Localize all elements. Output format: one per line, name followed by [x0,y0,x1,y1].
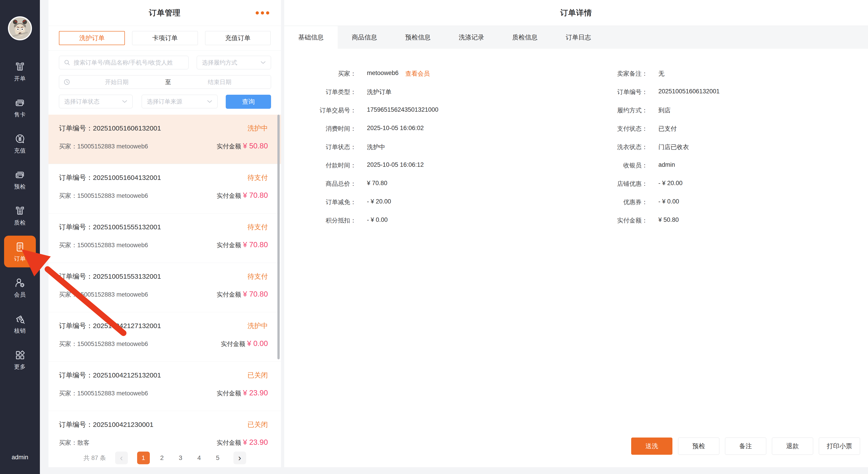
view-member-link[interactable]: 查看会员 [405,69,430,78]
detail-field-label: 商品总价： [297,180,356,188]
detail-field-value: admin [658,161,675,168]
sidebar-item-chongzhi[interactable]: 充值 [4,128,36,159]
pagination-pages: 12345 [134,451,227,464]
sidebar-item-zhijian[interactable]: 质检 [4,200,36,231]
order-type-tab[interactable]: 洗护订单 [59,31,125,45]
panel-menu-button[interactable] [254,10,271,16]
order-list-item[interactable]: 订单编号：202510051553132001 待支付 买家：150051528… [49,263,281,312]
more-grid-icon [14,349,26,361]
fulfillment-select[interactable]: 选择履约方式 [197,56,271,69]
pagination-page-button[interactable]: 3 [174,451,187,464]
sidebar-item-hexiao[interactable]: 核销 [4,308,36,339]
detail-field-value: - ¥ 0.00 [367,216,388,223]
order-number: 订单编号：202510051553132001 [59,272,161,281]
order-number: 订单编号：202510042127132001 [59,321,161,330]
member-gear-icon [14,277,26,289]
pagination-next-button[interactable]: › [234,451,246,464]
order-source-select[interactable]: 选择订单来源 [142,95,218,108]
list-scrollbar[interactable] [277,115,280,359]
order-detail-tab[interactable]: 质检信息 [498,26,552,49]
order-detail-actions: 送洗预检备注退款打印小票 [631,438,860,455]
order-detail-tab[interactable]: 预检信息 [391,26,445,49]
order-action-button[interactable]: 退款 [772,438,813,455]
sidebar-item-gengduo[interactable]: 更多 [4,344,36,375]
order-action-button[interactable]: 预检 [678,438,719,455]
ellipsis-dot [261,11,264,14]
order-detail-tab[interactable]: 洗涤记录 [445,26,498,49]
pagination: 共 87 条 ‹ 12345 › [49,449,281,467]
pagination-page-button[interactable]: 4 [193,451,206,464]
order-amount: 实付金额 ¥ 70.80 [217,290,268,298]
order-management-panel: 订单管理 洗护订单 卡项订单 充值订单 选择履约方式 [49,0,281,467]
sidebar-item-shouka[interactable]: 售卡 [4,92,36,123]
detail-field-value: metooweb6 [367,69,399,76]
order-detail-tab[interactable]: 基础信息 [284,26,338,49]
query-button[interactable]: 查询 [226,95,271,109]
sidebar-item-label: 质检 [14,219,26,226]
order-status-badge: 洗护中 [247,321,268,330]
order-amount-value: ¥ 23.90 [243,388,268,397]
order-list-item[interactable]: 订单编号：2025100421230001 已关闭 买家：散客 实付金额 ¥ 2… [49,411,281,449]
order-action-button[interactable]: 备注 [725,438,766,455]
detail-field-value: 洗护订单 [367,88,392,96]
sidebar-item-label: 预检 [14,183,26,190]
order-detail-tab[interactable]: 订单日志 [552,26,605,49]
detail-field-label: 订单类型： [297,88,356,96]
sidebar-item-huiyuan[interactable]: 会员 [4,272,36,304]
order-detail-tab-label: 订单日志 [566,33,591,42]
order-status-badge: 待支付 [247,222,268,232]
detail-field-label: 订单减免： [297,198,356,206]
detail-field-row: 订单状态： 洗护中 [297,143,564,161]
logged-in-user[interactable]: admin [0,454,40,461]
order-detail-tab[interactable]: 商品信息 [338,26,391,49]
cards-icon [14,169,26,181]
order-source-select-placeholder: 选择订单来源 [147,98,182,105]
detail-field-label: 积分抵扣： [297,216,356,225]
detail-field-row: 消费时间： 2025-10-05 16:06:02 [297,125,564,143]
sidebar-item-label: 会员 [14,291,26,298]
detail-field-value: ¥ 50.80 [658,216,679,223]
order-status-badge: 待支付 [247,173,268,182]
order-list-item[interactable]: 订单编号：202510042127132001 洗护中 买家：150051528… [49,312,281,361]
order-list-item[interactable]: 订单编号：202510051606132001 洗护中 买家：150051528… [49,115,281,164]
detail-field-row: 订单交易号： 175965156243501321000 [297,106,564,125]
avatar[interactable] [8,16,32,40]
cards-icon [14,97,26,109]
sidebar-item-dingdan[interactable]: 订单 [4,235,36,267]
pagination-prev-button[interactable]: ‹ [115,451,128,464]
search-input[interactable] [59,56,189,69]
order-action-button[interactable]: 打印小票 [819,438,860,455]
order-status-select[interactable]: 选择订单状态 [59,95,132,108]
order-type-tab-label: 卡项订单 [152,34,178,42]
detail-field-label: 履约方式： [587,106,648,115]
detail-fields-right: 卖家备注： 无 订单编号： 202510051606132001 履约方式： 到… [587,69,859,235]
order-detail-body: 买家： metooweb6 查看会员 订单类型： 洗护订单 订单交易号： 175… [284,49,868,467]
pagination-page-button[interactable]: 2 [156,451,168,464]
detail-field-label: 收银员： [587,161,648,169]
sidebar-item-kaidan[interactable]: 开单 [4,56,36,87]
chevron-down-icon [207,100,212,103]
pagination-page-button[interactable]: 1 [137,451,150,464]
order-type-tab[interactable]: 卡项订单 [132,31,197,45]
order-document-icon [14,241,26,253]
panel-title: 订单详情 [560,8,592,18]
detail-field-row: 收银员： admin [587,161,859,180]
sidebar-item-label: 订单 [14,255,26,262]
date-separator: 至 [163,78,173,86]
order-list-item[interactable]: 订单编号：202510051604132001 待支付 买家：150051528… [49,164,281,214]
order-action-button[interactable]: 送洗 [631,438,673,455]
detail-field-value: 2025-10-05 16:06:12 [367,161,424,168]
start-date-input[interactable] [70,78,163,86]
detail-field-row: 付款时间： 2025-10-05 16:06:12 [297,161,564,180]
order-list-item[interactable]: 订单编号：202510051555132001 待支付 买家：150051528… [49,214,281,263]
end-date-input[interactable] [173,78,266,86]
detail-field-row: 洗衣状态： 门店已收衣 [587,143,859,161]
order-number: 订单编号：202510051606132001 [59,124,161,133]
sidebar-item-label: 售卡 [14,111,26,118]
order-list-item[interactable]: 订单编号：202510042125132001 已关闭 买家：150051528… [49,361,281,411]
date-range-picker[interactable]: 至 [59,75,271,89]
order-amount: 实付金额 ¥ 70.80 [217,241,268,249]
sidebar-item-yujian[interactable]: 预检 [4,164,36,195]
order-type-tab[interactable]: 充值订单 [205,31,271,45]
pagination-page-button[interactable]: 5 [212,451,224,464]
